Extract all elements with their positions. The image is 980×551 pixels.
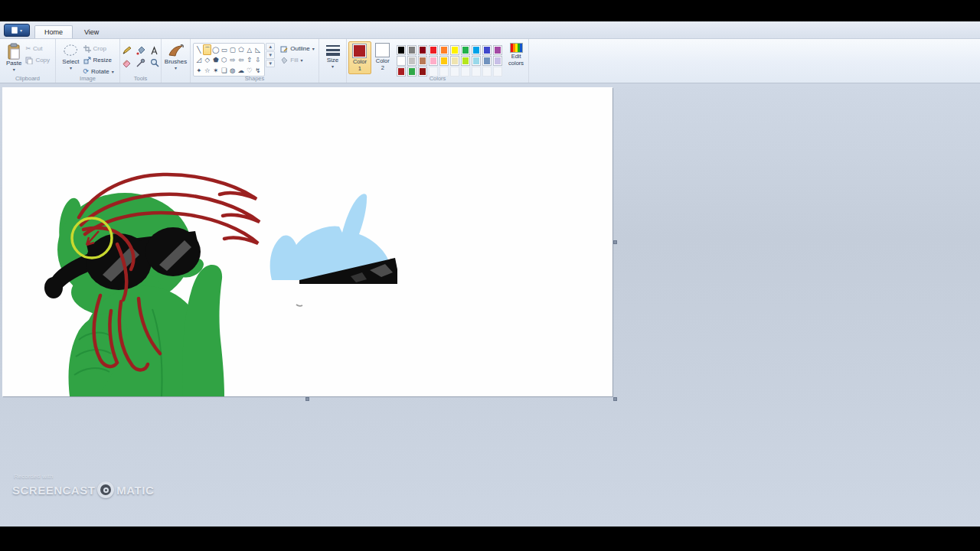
palette-swatch[interactable]	[450, 56, 460, 66]
canvas-resize-handle-bottom[interactable]	[305, 397, 309, 401]
palette-swatch[interactable]	[493, 45, 503, 55]
select-dropdown-arrow	[70, 66, 72, 70]
text-tool[interactable]	[148, 44, 161, 56]
shape-rounded-rectangle[interactable]: ▢	[228, 44, 237, 55]
shape-arrow-up[interactable]: ⇧	[245, 55, 253, 66]
eraser-tool[interactable]	[120, 57, 133, 68]
shape-arrow-left[interactable]: ⇦	[237, 55, 245, 66]
paste-label: Paste	[6, 60, 21, 67]
watermark-brand-right: MATIC	[116, 484, 154, 497]
palette-swatch[interactable]	[472, 45, 482, 55]
fill-button[interactable]: Fill	[279, 55, 315, 65]
shape-lightning[interactable]: ↯	[253, 65, 262, 76]
shape-star-6[interactable]: ✶	[211, 65, 220, 76]
crop-button[interactable]: Crop	[82, 44, 116, 54]
shape-arrow-right[interactable]: ⇨	[228, 55, 237, 66]
shape-rectangle[interactable]: ▭	[220, 44, 228, 55]
rotate-icon: ⟳	[83, 68, 90, 75]
shape-line[interactable]: ╲	[194, 44, 203, 55]
shapes-more-icon[interactable]: ▼	[266, 60, 275, 67]
outline-dropdown-arrow	[312, 47, 315, 51]
shape-arrow-down[interactable]: ⇩	[253, 55, 262, 66]
tab-home[interactable]: Home	[34, 25, 73, 38]
palette-swatch[interactable]	[418, 45, 428, 55]
size-label: Size	[327, 57, 339, 64]
canvas-resize-handle-corner[interactable]	[613, 397, 617, 401]
color2-button[interactable]: Color 2	[371, 41, 394, 73]
shape-gallery[interactable]: ╲⌒◯▭▢⬠△◺◿◇⬟⬡⇨⇦⇧⇩✦☆✶❏◍☁♡↯	[193, 43, 265, 77]
resize-icon	[83, 57, 91, 64]
ribbon: Paste ✂ Cut Copy C	[0, 39, 980, 83]
eraser-icon	[122, 58, 132, 67]
resize-button[interactable]: Resize	[82, 55, 116, 65]
group-brushes: Brushes	[162, 39, 191, 83]
palette-swatch[interactable]	[472, 56, 482, 66]
group-shapes: ╲⌒◯▭▢⬠△◺◿◇⬟⬡⇨⇦⇧⇩✦☆✶❏◍☁♡↯ ▲ ▼ ▼ Outline	[191, 39, 319, 83]
palette-swatch[interactable]	[418, 56, 428, 66]
canvas-resize-handle-right[interactable]	[613, 240, 617, 244]
magnifier-tool[interactable]	[148, 57, 161, 68]
shape-star-4[interactable]: ✦	[194, 65, 203, 76]
palette-swatch[interactable]	[407, 56, 417, 66]
pencil-icon	[122, 46, 132, 55]
paint-menu-button[interactable]: ▾	[4, 24, 30, 37]
cut-button[interactable]: ✂ Cut	[24, 44, 51, 54]
color1-button[interactable]: Color 1	[348, 41, 371, 74]
shape-triangle[interactable]: △	[245, 44, 253, 55]
green-pony	[44, 174, 260, 396]
brushes-button[interactable]: Brushes	[162, 41, 189, 72]
size-button[interactable]: Size	[323, 41, 343, 70]
shape-heart[interactable]: ♡	[245, 65, 253, 76]
shape-callout-cloud[interactable]: ☁	[237, 65, 245, 76]
shape-oval[interactable]: ◯	[211, 44, 220, 55]
crop-label: Crop	[93, 45, 106, 52]
palette-swatch[interactable]	[461, 45, 471, 55]
group-image: Select Crop Resiz	[56, 39, 120, 83]
shape-diamond[interactable]: ◇	[203, 55, 211, 66]
shapes-group-label: Shapes	[191, 75, 318, 82]
palette-swatch[interactable]	[450, 45, 460, 55]
paste-button[interactable]: Paste	[4, 41, 24, 73]
palette-swatch[interactable]	[493, 56, 503, 66]
shape-scalene-triangle[interactable]: ◿	[194, 55, 203, 66]
palette-swatch[interactable]	[429, 45, 439, 55]
palette-swatch[interactable]	[407, 45, 417, 55]
palette-swatch[interactable]	[439, 45, 449, 55]
palette-swatch[interactable]	[461, 56, 471, 66]
paint-window: ▾ Home View Paste ✂	[0, 21, 980, 527]
shape-curve[interactable]: ⌒	[203, 44, 211, 55]
copy-button[interactable]: Copy	[24, 55, 51, 65]
shape-callout-rounded[interactable]: ❏	[220, 65, 228, 76]
color-palette[interactable]	[397, 41, 504, 77]
shapes-scroll-down-icon[interactable]: ▼	[266, 51, 275, 59]
edit-colors-button[interactable]: Edit colors	[505, 41, 527, 68]
color-picker-tool[interactable]	[134, 57, 147, 68]
drawing-canvas[interactable]	[2, 87, 612, 396]
palette-swatch[interactable]	[482, 45, 492, 55]
shape-hexagon[interactable]: ⬡	[220, 55, 228, 66]
eyedropper-icon	[136, 58, 145, 67]
shape-polygon[interactable]: ⬠	[237, 44, 245, 55]
select-button[interactable]: Select	[60, 41, 81, 72]
scissors-icon: ✂	[25, 45, 31, 52]
palette-swatch[interactable]	[429, 56, 439, 66]
shape-callout-oval[interactable]: ◍	[228, 65, 237, 76]
tab-view[interactable]: View	[74, 25, 109, 38]
group-tools: Tools	[120, 39, 162, 83]
shape-star-5[interactable]: ☆	[203, 65, 211, 76]
color1-swatch	[352, 44, 367, 58]
outline-button[interactable]: Outline	[279, 44, 315, 54]
ribbon-spacer	[529, 39, 980, 83]
fill-tool[interactable]	[134, 44, 147, 56]
shapes-scroll-up-icon[interactable]: ▲	[266, 43, 275, 51]
palette-swatch[interactable]	[397, 45, 407, 55]
palette-swatch[interactable]	[439, 56, 449, 66]
text-icon	[149, 46, 159, 55]
shape-right-triangle[interactable]: ◺	[253, 44, 262, 55]
palette-swatch[interactable]	[397, 56, 407, 66]
pencil-tool[interactable]	[120, 44, 133, 56]
shape-gallery-scroll[interactable]: ▲ ▼ ▼	[265, 41, 276, 69]
shape-pentagon[interactable]: ⬟	[211, 55, 220, 66]
palette-swatch[interactable]	[482, 56, 492, 66]
canvas-artwork	[2, 87, 612, 396]
